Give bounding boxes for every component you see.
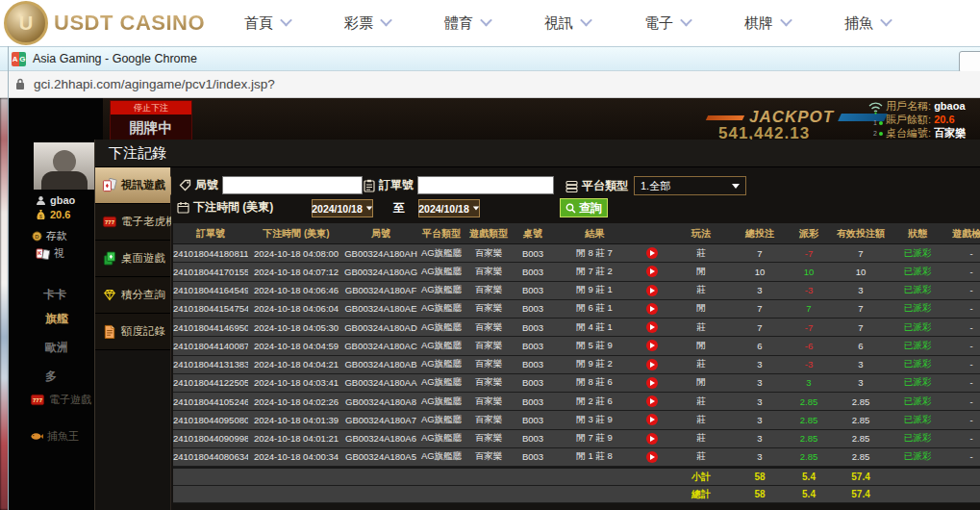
bet-cell: 7 bbox=[733, 303, 787, 314]
summary-payout: 5.4 bbox=[787, 489, 831, 499]
lobby-item[interactable]: 旗艦 bbox=[41, 311, 68, 327]
nav-item[interactable]: 電子 bbox=[617, 14, 717, 33]
game-cell: 百家樂 bbox=[465, 395, 512, 408]
play-video-button[interactable] bbox=[646, 340, 658, 351]
video-cell: - bbox=[944, 322, 980, 333]
nav-item-label: 捕魚 bbox=[844, 14, 873, 33]
play-video-button[interactable] bbox=[646, 321, 658, 333]
valid-cell: 7 bbox=[831, 248, 891, 259]
nav-item[interactable]: 視訊 bbox=[517, 14, 617, 33]
platform-icon bbox=[565, 180, 578, 192]
sidebar-item[interactable]: 額度記錄 bbox=[95, 314, 170, 350]
table-cell: B003 bbox=[512, 433, 554, 444]
usdt-casino-logo[interactable]: U USDT CASINO bbox=[0, 1, 217, 45]
dropdown-arrow-icon bbox=[473, 207, 479, 211]
play-video-button[interactable] bbox=[646, 433, 658, 445]
window-control-button[interactable] bbox=[959, 51, 980, 73]
game-header: AG ASIA GAMING 停止下注 開牌中 JACKPOT 541,442.… bbox=[9, 98, 980, 142]
nav-item-label: 棋牌 bbox=[744, 14, 773, 33]
game-cell: 百家樂 bbox=[465, 247, 512, 260]
summary-label: 小計 bbox=[669, 471, 733, 484]
table-type: 百家樂 bbox=[934, 127, 966, 139]
play-cell: 莊 bbox=[669, 395, 733, 408]
game-cell: 百家樂 bbox=[465, 266, 512, 278]
sidebar-item[interactable]: 積分查詢 bbox=[95, 277, 170, 314]
sidebar-item[interactable]: 桌面遊戲 bbox=[95, 241, 170, 277]
play-cell: 莊 bbox=[669, 358, 733, 370]
round-input[interactable] bbox=[222, 176, 363, 194]
play-cell: 莊 bbox=[669, 247, 733, 260]
status-cell: 已派彩 bbox=[891, 284, 944, 296]
nav-item[interactable]: 捕魚 bbox=[817, 14, 917, 33]
sidebar-item[interactable]: 777電子老虎機 bbox=[95, 204, 170, 241]
lobby-item-label: 卡卡 bbox=[43, 287, 66, 303]
lobby-item[interactable]: gbao bbox=[36, 194, 75, 206]
platform-select[interactable]: 1.全部 bbox=[634, 176, 746, 195]
order-cell: 241018044180811 bbox=[173, 248, 248, 259]
lobby-item[interactable]: $20.6 bbox=[36, 209, 70, 220]
nav-item[interactable]: 棋牌 bbox=[717, 14, 817, 33]
lobby-item[interactable]: 777電子遊戲 bbox=[30, 393, 91, 407]
round-cell: GB00324A180AE bbox=[344, 303, 417, 314]
avatar[interactable] bbox=[34, 142, 97, 190]
lobby-item[interactable]: D存款 bbox=[32, 229, 67, 243]
column-header: 下注時間 (美東) bbox=[248, 227, 344, 241]
round-cell: GB00324A180A8 bbox=[344, 396, 417, 407]
platform-cell: AG旗艦廳 bbox=[417, 376, 465, 389]
table-cell: B003 bbox=[512, 267, 554, 277]
order-input[interactable] bbox=[417, 176, 554, 194]
order-cell: 241018044122505 bbox=[173, 377, 248, 388]
column-header: 派彩 bbox=[787, 227, 831, 241]
url-bar[interactable]: gci.2hhapi.com/agingame/pcv1/index.jsp? bbox=[0, 71, 980, 98]
chevron-down-icon bbox=[380, 14, 392, 27]
order-cell: 241018044090998 bbox=[173, 433, 248, 444]
order-cell: 241018044170155 bbox=[173, 267, 248, 277]
url-text: gci.2hhapi.com/agingame/pcv1/index.jsp? bbox=[34, 77, 275, 91]
nav-item[interactable]: 首頁 bbox=[217, 14, 317, 33]
nav-item-label: 彩票 bbox=[344, 14, 373, 33]
date-from-button[interactable]: 2024/10/18 bbox=[312, 199, 373, 217]
video-cell: - bbox=[944, 396, 980, 407]
lobby-item[interactable]: 多 bbox=[41, 369, 57, 385]
play-video-button[interactable] bbox=[646, 414, 658, 425]
bet-cell: 7 bbox=[733, 322, 787, 333]
sidebar-item[interactable]: 視訊遊戲 bbox=[95, 167, 170, 204]
nav-item[interactable]: 體育 bbox=[417, 14, 517, 33]
modal-sidebar: 視訊遊戲777電子老虎機桌面遊戲積分查詢額度記錄 bbox=[95, 167, 171, 510]
lobby-item[interactable]: 捕魚王 bbox=[30, 429, 79, 444]
lobby-item-label: 捕魚王 bbox=[47, 429, 79, 444]
game-page: AG ASIA GAMING 停止下注 開牌中 JACKPOT 541,442.… bbox=[0, 98, 980, 510]
order-cell: 241018044095080 bbox=[173, 415, 248, 425]
play-video-button[interactable] bbox=[646, 377, 658, 389]
nav-item[interactable]: 彩票 bbox=[317, 14, 417, 33]
summary-bet: 58 bbox=[733, 489, 787, 499]
summary-valid: 57.4 bbox=[831, 472, 891, 482]
lobby-item[interactable]: K視 bbox=[36, 246, 64, 261]
lobby-item[interactable]: 歐洲 bbox=[41, 340, 68, 356]
video-cell bbox=[635, 247, 669, 259]
play-video-button[interactable] bbox=[646, 395, 658, 407]
status-cell: 已派彩 bbox=[891, 358, 944, 370]
platform-cell: AG旗艦廳 bbox=[417, 284, 465, 296]
wifi-icon bbox=[867, 101, 884, 115]
play-video-button[interactable] bbox=[646, 303, 658, 315]
order-cell: 241018044131383 bbox=[173, 359, 248, 370]
asia-gaming-favicon-icon: AG bbox=[12, 52, 26, 66]
valid-cell: 2.85 bbox=[831, 415, 891, 425]
window-title: Asia Gaming - Google Chrome bbox=[33, 52, 197, 65]
play-video-button[interactable] bbox=[646, 247, 658, 259]
play-video-button[interactable] bbox=[646, 359, 658, 370]
play-video-button[interactable] bbox=[646, 285, 658, 296]
lobby-item[interactable]: 卡卡 bbox=[39, 287, 66, 303]
search-button[interactable]: 查詢 bbox=[560, 198, 608, 217]
play-video-button[interactable] bbox=[646, 451, 658, 463]
platform-cell: AG旗艦廳 bbox=[417, 266, 465, 278]
chevron-down-icon bbox=[680, 14, 692, 27]
play-cell: 閒 bbox=[669, 376, 733, 389]
payout-cell: 2.85 bbox=[787, 396, 831, 407]
video-cell bbox=[635, 340, 669, 351]
table-cell: B003 bbox=[512, 377, 554, 388]
date-to-button[interactable]: 2024/10/18 bbox=[418, 199, 480, 217]
play-video-button[interactable] bbox=[646, 266, 658, 277]
round-cell: GB00324A180AC bbox=[344, 341, 417, 351]
